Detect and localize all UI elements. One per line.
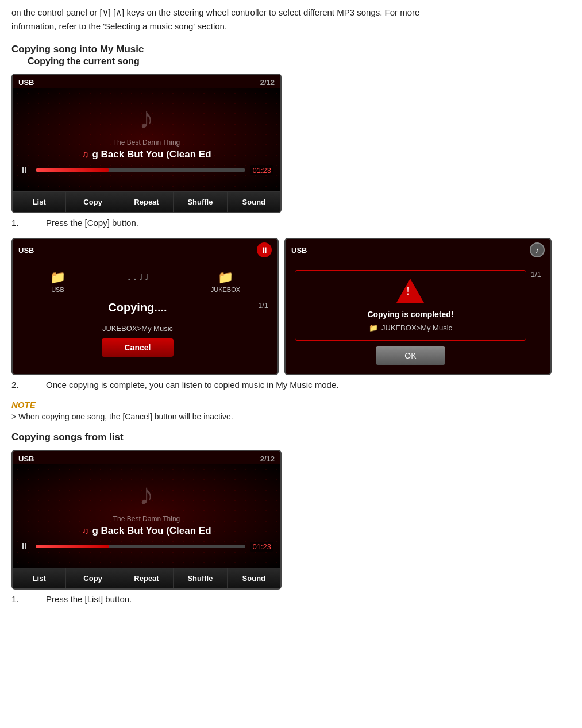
usb-body-2: ♪ The Best Damn Thing ♫ g Back But You (…	[13, 464, 280, 568]
usb-player-screen-2: USB 2/12 ♪ The Best Damn Thing ♫ g Back …	[11, 450, 282, 590]
completed-inner-box: Copying is completed! 📁 JUKEBOX>My Music	[295, 270, 526, 341]
note-text: > When copying one song, the [Cancel] bu…	[11, 412, 571, 421]
track-title-music-icon-1: ♫	[82, 149, 88, 160]
step-3-num: 1.	[11, 594, 46, 604]
completed-text: Copying is completed!	[367, 310, 453, 319]
copying-panel: USB ⏸ 📁 USB ♩ ♩ ♩ ♩ 📁 JUKEBOX	[11, 238, 279, 375]
jukebox-dest-label: JUKEBOX>My Music	[102, 324, 173, 333]
shuffle-button-1[interactable]: Shuffle	[174, 192, 227, 212]
usb-body-1: ♪ The Best Damn Thing ♫ g Back But You (…	[13, 88, 280, 191]
copying-text: Copying....	[108, 301, 167, 314]
step-3-row: 1. Press the [List] button.	[11, 594, 571, 604]
section-sub-title: Copying the current song	[28, 56, 571, 67]
music-note-icon-1: ♪	[139, 101, 154, 135]
repeat-button-1[interactable]: Repeat	[120, 192, 174, 212]
divider-1	[22, 319, 253, 319]
section-main-title: Copying song into My Music	[11, 44, 571, 55]
usb-folder-item: 📁 USB	[50, 270, 65, 293]
completed-panel-body: Copying is completed! 📁 JUKEBOX>My Music…	[286, 261, 550, 374]
completed-usb-label: USB	[291, 246, 307, 255]
time-display-1: 01:23	[250, 165, 273, 175]
copy-page-num: 1/1	[258, 301, 268, 310]
album-name-2: The Best Damn Thing	[113, 515, 180, 523]
completed-panel-header: USB ♪	[286, 239, 550, 261]
jukebox-folder-icon: 📁	[218, 270, 233, 285]
two-panel-row: USB ⏸ 📁 USB ♩ ♩ ♩ ♩ 📁 JUKEBOX	[11, 238, 571, 375]
copying-panel-header: USB ⏸	[13, 239, 277, 261]
usb-buttons-row-1: List Copy Repeat Shuffle Sound	[13, 191, 280, 212]
completed-dest-row: 📁 JUKEBOX>My Music	[369, 323, 452, 332]
usb-player-screen-1: USB 2/12 ♪ The Best Damn Thing ♫ g Back …	[11, 74, 282, 213]
progress-bar-bg-1	[36, 168, 245, 172]
usb-label-2: USB	[18, 454, 34, 463]
ok-button[interactable]: OK	[376, 346, 445, 365]
progress-row-1: ⏸ 01:23	[13, 160, 280, 179]
sound-button-1[interactable]: Sound	[228, 192, 280, 212]
step-2-text: Once copying is complete, you can listen…	[46, 380, 338, 390]
completed-folder-icon: 📁	[369, 323, 378, 332]
intro-line1: on the control panel or [∨] [∧] keys on …	[11, 7, 419, 17]
completed-status-icon: ♪	[530, 242, 545, 257]
step-2-row: 2. Once copying is complete, you can lis…	[11, 380, 571, 390]
pause-icon-2: ⏸	[20, 541, 29, 552]
completed-panel: USB ♪ Copying is completed! 📁 JUKEBOX>My…	[284, 238, 552, 375]
step-1-num: 1.	[11, 218, 46, 228]
usb-header-2: USB 2/12	[13, 451, 280, 464]
progress-bar-bg-2	[36, 545, 245, 548]
usb-buttons-row-2: List Copy Repeat Shuffle Sound	[13, 568, 280, 588]
track-title-2: ♫ g Back But You (Clean Ed	[82, 525, 211, 537]
list-button-1[interactable]: List	[13, 192, 66, 212]
time-display-2: 01:23	[250, 542, 273, 552]
usb-label-1: USB	[18, 78, 34, 87]
intro-line2: information, refer to the 'Selecting a m…	[11, 21, 227, 31]
music-notes-transfer: ♩ ♩ ♩ ♩	[128, 270, 149, 293]
note-section: NOTE > When copying one song, the [Cance…	[11, 400, 571, 421]
track-number-2: 2/12	[260, 454, 275, 463]
copying-usb-label: USB	[18, 246, 34, 255]
progress-bar-fill-1	[36, 168, 109, 172]
completed-page-num: 1/1	[531, 270, 541, 279]
usb-header-1: USB 2/12	[13, 75, 280, 88]
track-number-1: 2/12	[260, 78, 275, 87]
jukebox-folder-item: 📁 JUKEBOX	[211, 270, 240, 293]
copying-status-icon: ⏸	[257, 242, 272, 257]
copy-button-1[interactable]: Copy	[66, 192, 120, 212]
step-3-text: Press the [List] button.	[46, 594, 132, 604]
progress-row-2: ⏸ 01:23	[13, 537, 280, 555]
list-button-2[interactable]: List	[13, 568, 66, 588]
copying-from-list-section: Copying songs from list	[11, 432, 571, 443]
usb-folder-icon: 📁	[50, 270, 65, 285]
step-2-num: 2.	[11, 380, 46, 390]
copying-panel-body: 📁 USB ♩ ♩ ♩ ♩ 📁 JUKEBOX Copying....	[13, 261, 277, 364]
album-name-1: The Best Damn Thing	[113, 138, 180, 147]
folders-row: 📁 USB ♩ ♩ ♩ ♩ 📁 JUKEBOX	[22, 270, 268, 293]
step-1-row: 1. Press the [Copy] button.	[11, 218, 571, 228]
progress-bar-fill-2	[36, 545, 109, 548]
music-note-icon-2: ♪	[139, 477, 154, 511]
repeat-button-2[interactable]: Repeat	[120, 568, 174, 588]
track-title-text-2: g Back But You (Clean Ed	[92, 525, 211, 537]
pause-icon-1: ⏸	[20, 165, 29, 175]
copying-from-list-title: Copying songs from list	[11, 432, 571, 443]
note-title: NOTE	[11, 400, 571, 410]
track-title-text-1: g Back But You (Clean Ed	[92, 149, 211, 160]
intro-paragraph: on the control panel or [∨] [∧] keys on …	[11, 6, 571, 33]
sound-button-2[interactable]: Sound	[228, 568, 280, 588]
step-1-text: Press the [Copy] button.	[46, 218, 138, 228]
copy-button-2[interactable]: Copy	[66, 568, 120, 588]
warning-triangle-icon	[396, 279, 424, 303]
usb-folder-label: USB	[51, 286, 64, 293]
cancel-button[interactable]: Cancel	[102, 338, 174, 357]
shuffle-button-2[interactable]: Shuffle	[174, 568, 227, 588]
track-title-1: ♫ g Back But You (Clean Ed	[82, 149, 211, 160]
copying-song-section-title: Copying song into My Music Copying the c…	[11, 44, 571, 67]
completed-dest-label: JUKEBOX>My Music	[381, 323, 452, 332]
jukebox-folder-label: JUKEBOX	[211, 286, 240, 293]
track-title-music-icon-2: ♫	[82, 526, 88, 536]
